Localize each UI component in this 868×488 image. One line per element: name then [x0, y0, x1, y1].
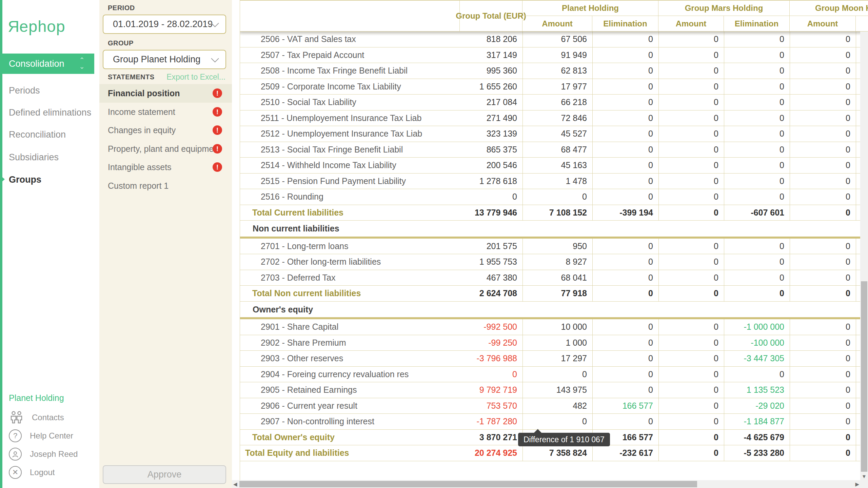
group-select[interactable]: Group Planet Holding — [103, 50, 226, 69]
table-cell: 1 478 — [522, 174, 592, 189]
header-cell-moon-elimination — [856, 16, 868, 31]
logo-rest: ephop — [19, 17, 65, 35]
horizontal-scrollbar-thumb[interactable] — [239, 481, 697, 487]
header-cell-empty — [240, 1, 460, 31]
table-cell: 0 — [592, 126, 658, 142]
scroll-right-arrow-icon[interactable]: ▶ — [855, 480, 859, 488]
table-row: 2703 - Deferred Tax467 38068 0410000 — [240, 270, 868, 286]
period-select[interactable]: 01.01.2019 - 28.02.2019 — [103, 15, 226, 34]
sidebar-item-periods[interactable]: Periods — [9, 85, 40, 96]
table-cell: 0 — [724, 63, 790, 79]
table-cell: -399 194 — [592, 205, 658, 221]
export-to-excel-link[interactable]: Export to Excel... — [166, 73, 225, 82]
statement-item[interactable]: Custom report 1 — [99, 177, 232, 195]
table-cell: 0 — [790, 174, 856, 189]
header-cell-group-mars-holding: Group Mars Holding — [658, 1, 790, 16]
contacts-link[interactable]: Contacts — [9, 410, 64, 425]
statement-item[interactable]: Financial position! — [99, 84, 232, 103]
table-cell: 1 955 753 — [460, 254, 522, 270]
statement-label: Financial position — [108, 88, 180, 98]
statement-item[interactable]: Income statement! — [99, 103, 232, 121]
table-cell: 13 779 946 — [460, 205, 522, 221]
table-cell: -607 601 — [724, 205, 790, 221]
section-header: Non current liabilities — [240, 221, 868, 237]
table-cell: 68 477 — [522, 142, 592, 158]
row-label: 2516 - Rounding — [240, 189, 460, 205]
sidebar-item-defined-eliminations[interactable]: Defined eliminations — [9, 107, 91, 118]
table-cell: 0 — [790, 445, 856, 461]
table-cell: 0 — [592, 319, 658, 335]
table-cell: 0 — [724, 95, 790, 110]
statement-item[interactable]: Property, plant and equipment! — [99, 140, 232, 158]
report-panel: PERIOD 01.01.2019 - 28.02.2019 GROUP Gro… — [99, 0, 232, 488]
horizontal-scrollbar[interactable]: ◀ ▶ — [232, 480, 868, 488]
table-cell: 17 977 — [522, 79, 592, 95]
sidebar-item-subsidiaries[interactable]: Subsidiaries — [9, 152, 59, 163]
table-cell: 0 — [724, 47, 790, 63]
table-cell: 0 — [790, 47, 856, 63]
alert-badge-icon: ! — [213, 125, 222, 135]
table-cell: 0 — [724, 367, 790, 382]
table-cell: 0 — [658, 32, 724, 47]
table-cell: 0 — [658, 79, 724, 95]
row-label: Total Owner's equity — [240, 430, 460, 445]
table-cell: 323 139 — [460, 126, 522, 142]
row-label: 2907 - Non-controlling interest — [240, 414, 460, 429]
approve-button[interactable]: Approve — [103, 465, 226, 484]
table-cell: 0 — [522, 189, 592, 205]
table-cell: 68 041 — [522, 270, 592, 286]
table-cell: 0 — [658, 445, 724, 461]
table-cell: -992 500 — [460, 319, 522, 335]
table-cell: 0 — [522, 414, 592, 429]
statement-label: Custom report 1 — [108, 181, 169, 190]
sidebar-item-reconciliation[interactable]: Reconciliation — [9, 129, 66, 140]
table-cell: 91 949 — [522, 47, 592, 63]
vertical-scrollbar-thumb[interactable] — [861, 281, 867, 472]
statement-item[interactable]: Intangible assets! — [99, 158, 232, 177]
sidebar-item-groups[interactable]: Groups — [9, 175, 41, 185]
table-cell: 20 274 925 — [460, 445, 522, 461]
help-center-link[interactable]: ? Help Center — [9, 428, 73, 443]
table-cell: 0 — [790, 382, 856, 398]
table-cell: 995 360 — [460, 63, 522, 79]
table-cell: 10 000 — [522, 319, 592, 335]
logout-link[interactable]: ✕ Logout — [9, 465, 55, 480]
table-cell: 0 — [724, 126, 790, 142]
user-profile-link[interactable]: Joseph Reed — [9, 447, 78, 462]
table-cell: 0 — [724, 254, 790, 270]
table-cell: 0 — [658, 126, 724, 142]
table-cell: 0 — [658, 205, 724, 221]
table-cell: 0 — [592, 367, 658, 382]
table-cell: -1 000 000 — [724, 319, 790, 335]
statement-item[interactable]: Changes in equity! — [99, 121, 232, 140]
table-cell: 0 — [658, 189, 724, 205]
alert-badge-icon: ! — [213, 88, 222, 98]
table-cell: 0 — [790, 63, 856, 79]
row-label: 2508 - Income Tax Fringe Benefit Liabil — [240, 63, 460, 79]
header-cell-mars-amount: Amount — [658, 16, 724, 31]
row-label: 2511 - Unemployement Insurance Tax Liab — [240, 110, 460, 126]
table-row: 2509 - Corporate Income Tax Liability1 6… — [240, 79, 868, 95]
table-cell: 0 — [658, 367, 724, 382]
table-cell: 0 — [724, 158, 790, 173]
table-row: 2904 - Foreing currency revaluation res0… — [240, 367, 868, 383]
table-row: 2506 - VAT and Sales tax818 20667 506000… — [240, 32, 868, 47]
help-icon: ? — [9, 429, 22, 442]
table-cell: 0 — [790, 158, 856, 173]
table-cell: 0 — [592, 254, 658, 270]
row-label: 2903 - Other reserves — [240, 351, 460, 366]
logo-letter: R — [7, 17, 19, 36]
scroll-left-arrow-icon[interactable]: ◀ — [233, 480, 237, 488]
table-cell: 467 380 — [460, 270, 522, 286]
alert-badge-icon: ! — [213, 107, 222, 117]
table-cell: 0 — [592, 174, 658, 189]
table-cell: 0 — [790, 110, 856, 126]
table-cell: 0 — [592, 351, 658, 366]
vertical-scrollbar[interactable]: ▼ — [860, 32, 868, 480]
table-cell: 0 — [790, 335, 856, 351]
scroll-down-arrow-icon[interactable]: ▼ — [862, 472, 867, 480]
sidebar: Rephop Consolidation ⌃⌄ Periods Defined … — [0, 0, 99, 488]
row-label: 2512 - Unemployement Insurance Tax Liab — [240, 126, 460, 142]
table-cell: 0 — [658, 430, 724, 445]
sidebar-item-consolidation[interactable]: Consolidation ⌃⌄ — [0, 54, 94, 74]
